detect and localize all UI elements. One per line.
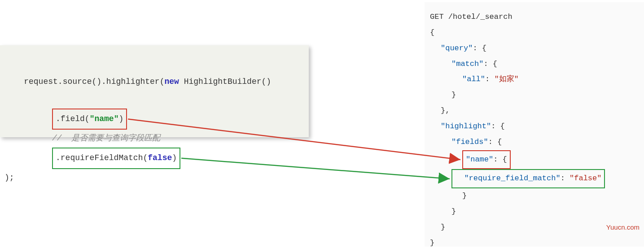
java-comment: // 是否需要与查询字段匹配 [52,134,160,143]
java-field-suffix: ) [118,114,123,123]
json-fields-key: "fields" [451,138,488,146]
json-highlight-key: "highlight" [441,122,491,131]
json-open: { [430,25,639,41]
json-rfm-key: "require_field_match" [464,174,560,183]
json-rfm-box: "require_field_match": "false" [451,169,605,188]
json-query-key: "query" [441,44,473,52]
java-rfm-arg: false [148,153,172,162]
json-all-val: "如家" [494,75,518,83]
json-name-box: "name": { [462,150,511,170]
json-get-line: GET /hotel/_search [430,9,639,25]
java-code-block: request.source().highlighter(new Highlig… [0,45,309,137]
json-all-key: "all" [462,75,485,83]
java-field-prefix: .field( [56,114,90,123]
json-request-block: GET /hotel/_search { "query": { "match":… [425,2,644,247]
java-rfm-prefix: .requireFieldMatch( [56,153,148,162]
java-line1-suffix: HighlightBuilder() [179,77,271,86]
java-field-call-box: .field("name") [52,109,127,130]
watermark: Yuucn.com [606,223,640,231]
json-match-key: "match" [451,60,483,68]
json-name-key: "name" [466,155,493,164]
json-rfm-val: "false" [570,174,601,183]
java-line1-prefix: request.source().highlighter( [24,77,164,86]
java-new-keyword: new [164,77,179,86]
java-rfm-call-box: .requireFieldMatch(false) [52,148,180,169]
java-closing: ); [4,173,14,182]
java-field-arg: "name" [90,114,119,123]
java-rfm-suffix: ) [172,153,177,162]
